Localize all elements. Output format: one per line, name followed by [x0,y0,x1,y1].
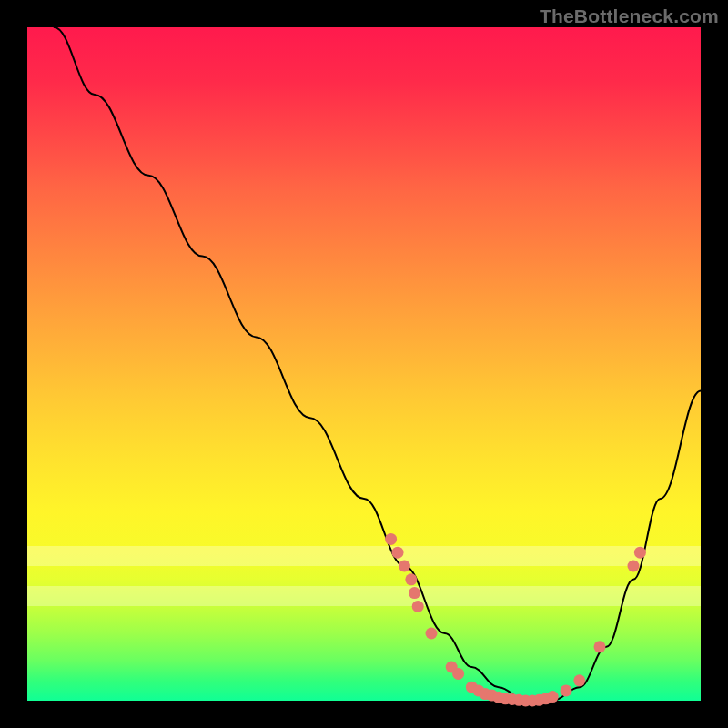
chart-frame: TheBottleneck.com [0,0,728,728]
data-point [573,674,585,686]
watermark-text: TheBottleneck.com [540,5,719,27]
data-point [594,641,606,652]
data-point [547,691,559,703]
data-point [405,573,417,585]
scatter-dots [385,533,646,707]
data-point [392,547,404,559]
data-point [634,547,646,559]
bottleneck-curve [55,27,701,701]
data-point [409,587,420,599]
data-point [452,668,464,680]
data-point [385,533,397,545]
data-point [412,601,424,612]
chart-svg [27,27,701,701]
data-point [628,561,640,572]
data-point [561,684,572,696]
data-point [426,628,438,640]
data-point [399,561,410,572]
